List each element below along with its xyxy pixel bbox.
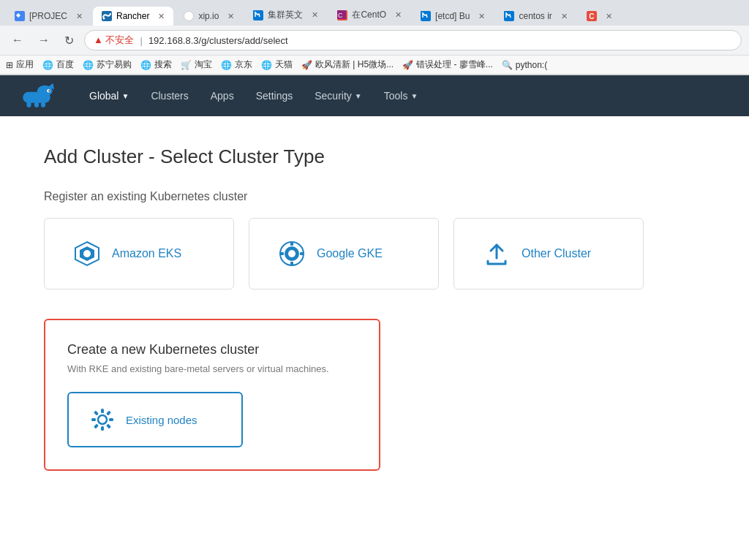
nav-settings[interactable]: Settings xyxy=(247,84,302,107)
svg-text:C: C xyxy=(338,12,343,19)
url-text: 192.168.8.3/g/clusters/add/select xyxy=(148,35,288,46)
nav-items: Global ▼ Clusters Apps Settings Security… xyxy=(80,84,426,107)
forward-button[interactable]: → xyxy=(34,32,54,48)
bookmark-apps[interactable]: ⊞ 应用 xyxy=(6,58,34,71)
global-label: Global xyxy=(89,90,118,102)
tab-rancher[interactable]: Rancher ✕ xyxy=(93,7,173,26)
tab-label-xip: xip.io xyxy=(198,11,219,21)
address-bar: ← → ↻ ▲ 不安全 | 192.168.8.3/g/clusters/add… xyxy=(0,26,749,56)
bookmark-jd[interactable]: 🌐 京东 xyxy=(221,58,252,71)
jd-icon: 🌐 xyxy=(221,60,232,70)
bookmark-tmall[interactable]: 🌐 天猫 xyxy=(261,58,293,71)
svg-rect-28 xyxy=(91,418,96,421)
tab-close-centos2[interactable]: ✕ xyxy=(561,12,568,21)
tools-chevron-icon: ▼ xyxy=(410,92,418,100)
clusters-label: Clusters xyxy=(151,90,188,102)
register-section-title: Register an existing Kubernetes cluster xyxy=(44,190,705,203)
page-title: Add Cluster - Select Cluster Type xyxy=(44,145,705,168)
svg-rect-26 xyxy=(101,409,104,413)
rancher-app: Global ▼ Clusters Apps Settings Security… xyxy=(0,75,749,500)
bookmark-search[interactable]: 🌐 搜索 xyxy=(140,58,172,71)
svg-rect-32 xyxy=(106,423,111,428)
svg-point-25 xyxy=(98,415,107,424)
apps-grid-icon: ⊞ xyxy=(6,60,13,70)
baidu-icon: 🌐 xyxy=(42,60,53,70)
bookmark-oufeng[interactable]: 🚀 欧风清新 | H5微场... xyxy=(301,58,394,71)
tab-favicon-c: C xyxy=(587,11,597,21)
bookmarks-bar: ⊞ 应用 🌐 百度 🌐 苏宁易购 🌐 搜索 🛒 淘宝 🌐 京东 🌐 天猫 🚀 xyxy=(0,56,749,75)
nav-global[interactable]: Global ▼ xyxy=(80,84,138,107)
tab-favicon-project xyxy=(15,11,25,21)
tab-label-jiqun: 集群英文 xyxy=(268,9,303,21)
tab-favicon-centos2 xyxy=(504,11,514,21)
svg-point-20 xyxy=(288,250,296,257)
tab-project[interactable]: [PROJEC ✕ xyxy=(6,7,91,26)
tab-close-jiqun[interactable]: ✕ xyxy=(312,10,318,20)
cluster-card-gke[interactable]: Google GKE xyxy=(249,218,439,290)
cluster-card-eks[interactable]: Amazon EKS xyxy=(44,218,234,290)
nav-security[interactable]: Security ▼ xyxy=(306,84,370,107)
error-icon: 🚀 xyxy=(402,60,413,70)
url-separator: | xyxy=(140,35,142,46)
tab-label-project: [PROJEC xyxy=(29,11,67,21)
bookmark-baidu[interactable]: 🌐 百度 xyxy=(42,58,74,71)
cluster-cards: Amazon EKS Google GKE xyxy=(44,218,705,290)
tab-favicon-xip xyxy=(184,11,194,21)
existing-nodes-label: Existing nodes xyxy=(126,414,197,426)
svg-rect-12 xyxy=(27,102,31,107)
taobao-icon: 🛒 xyxy=(181,60,192,70)
python-icon: 🔍 xyxy=(502,60,513,70)
svg-rect-30 xyxy=(106,410,111,415)
svg-rect-14 xyxy=(41,102,45,107)
global-chevron-icon: ▼ xyxy=(121,92,129,100)
tab-close-project[interactable]: ✕ xyxy=(76,12,83,21)
refresh-button[interactable]: ↻ xyxy=(60,32,78,49)
tab-xip[interactable]: xip.io ✕ xyxy=(175,7,243,26)
existing-nodes-card[interactable]: Existing nodes xyxy=(67,392,243,447)
nav-clusters[interactable]: Clusters xyxy=(142,84,197,107)
svg-rect-23 xyxy=(280,252,284,255)
svg-point-17 xyxy=(83,250,91,257)
svg-point-11 xyxy=(48,90,50,91)
tab-close-rancher[interactable]: ✕ xyxy=(158,12,165,21)
create-section-desc: With RKE and existing bare-metal servers… xyxy=(67,363,357,374)
other-cluster-label: Other Cluster xyxy=(522,247,591,260)
tab-label-etcd: [etcd] Bu xyxy=(435,11,470,21)
tools-label: Tools xyxy=(384,90,408,102)
navbar-brand xyxy=(15,81,59,110)
tab-close-etcd[interactable]: ✕ xyxy=(478,12,485,21)
nav-tools[interactable]: Tools ▼ xyxy=(375,84,427,107)
svg-rect-13 xyxy=(34,102,39,107)
tab-favicon-etcd xyxy=(421,11,431,21)
nav-apps[interactable]: Apps xyxy=(202,84,243,107)
cluster-card-other[interactable]: Other Cluster xyxy=(453,218,644,290)
bookmark-suning[interactable]: 🌐 苏宁易购 xyxy=(83,58,132,71)
search-bm-icon: 🌐 xyxy=(140,60,151,70)
security-label: Security xyxy=(315,90,352,102)
tab-close-c[interactable]: ✕ xyxy=(606,12,612,21)
tab-favicon-rancher xyxy=(102,11,112,21)
url-box[interactable]: ▲ 不安全 | 192.168.8.3/g/clusters/add/selec… xyxy=(84,30,742,50)
svg-rect-21 xyxy=(290,242,293,246)
suning-icon: 🌐 xyxy=(83,60,94,70)
tab-centos1[interactable]: C 在CentO ✕ xyxy=(328,4,410,26)
tab-jiqun[interactable]: 集群英文 ✕ xyxy=(244,4,327,26)
tab-close-centos1[interactable]: ✕ xyxy=(395,10,402,20)
eks-icon xyxy=(74,241,100,267)
tab-label-centos1: 在CentO xyxy=(352,9,386,21)
svg-rect-22 xyxy=(290,262,293,265)
back-button[interactable]: ← xyxy=(7,32,28,48)
tab-close-xip[interactable]: ✕ xyxy=(227,12,234,21)
tab-centos2[interactable]: centos ir ✕ xyxy=(495,7,576,26)
bookmark-error[interactable]: 🚀 错误处理 - 廖雪峰... xyxy=(402,58,493,71)
create-section: Create a new Kubernetes cluster With RKE… xyxy=(44,319,380,471)
eks-label: Amazon EKS xyxy=(112,247,181,260)
tab-c[interactable]: C ✕ xyxy=(578,7,621,26)
bookmark-taobao[interactable]: 🛒 淘宝 xyxy=(181,58,212,71)
tab-label-rancher: Rancher xyxy=(116,11,149,21)
bookmark-python[interactable]: 🔍 python:( xyxy=(502,60,547,70)
security-chevron-icon: ▼ xyxy=(355,92,362,100)
tab-etcd[interactable]: [etcd] Bu ✕ xyxy=(412,7,494,26)
svg-rect-24 xyxy=(300,252,304,255)
settings-label: Settings xyxy=(256,90,293,102)
